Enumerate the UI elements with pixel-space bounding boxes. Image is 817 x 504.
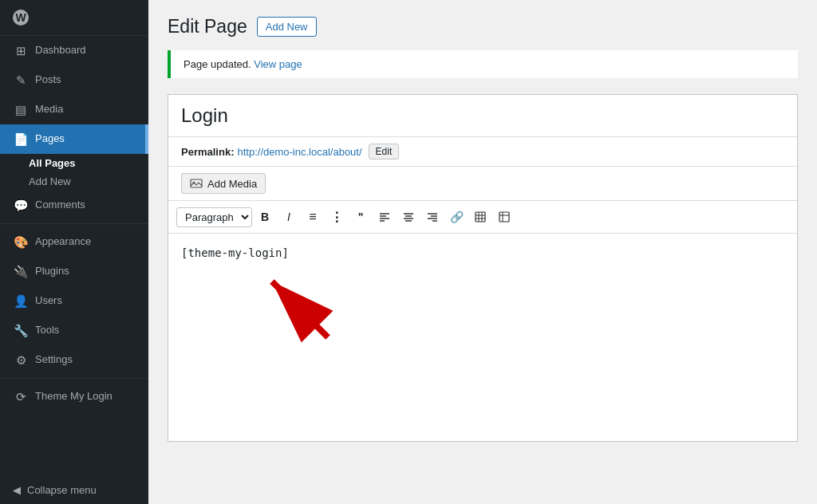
sidebar-divider-2 xyxy=(0,378,148,379)
sidebar-item-label: Comments xyxy=(35,198,85,212)
sidebar-item-users[interactable]: 👤 Users xyxy=(0,286,148,316)
sidebar-item-comments[interactable]: 💬 Comments xyxy=(0,191,148,220)
editor-container: Permalink: http://demo-inc.local/about/ … xyxy=(168,94,798,442)
paragraph-select[interactable]: Paragraph Heading 1 Heading 2 Heading 3 … xyxy=(176,207,252,227)
view-page-link[interactable]: View page xyxy=(254,58,302,70)
svg-rect-19 xyxy=(499,212,509,222)
link-button[interactable]: 🔗 xyxy=(445,206,468,228)
users-icon: 👤 xyxy=(13,293,29,309)
sidebar-item-theme-my-login[interactable]: ⟳ Theme My Login xyxy=(0,382,148,411)
add-media-button[interactable]: Add Media xyxy=(181,173,266,194)
table-button[interactable] xyxy=(469,206,491,228)
permalink-edit-button[interactable]: Edit xyxy=(369,144,400,159)
sidebar-item-posts[interactable]: ✎ Posts xyxy=(0,65,148,95)
editor-body[interactable]: [theme-my-login] xyxy=(168,234,797,441)
main-content: Edit Page Add New Page updated. View pag… xyxy=(148,0,817,504)
dashboard-icon: ⊞ xyxy=(13,42,29,59)
sidebar-divider-1 xyxy=(0,223,148,224)
align-center-icon xyxy=(403,211,414,222)
blockquote-button[interactable]: " xyxy=(349,206,372,228)
collapse-label: Collapse menu xyxy=(27,484,97,496)
align-right-button[interactable] xyxy=(421,206,444,228)
notice-bar: Page updated. View page xyxy=(168,50,798,78)
media-icon: ▤ xyxy=(13,101,29,118)
sidebar-item-settings[interactable]: ⚙ Settings xyxy=(0,345,148,375)
align-right-icon xyxy=(427,211,438,222)
theme-my-login-icon: ⟳ xyxy=(13,388,29,405)
sidebar-item-label: Users xyxy=(35,293,62,308)
fullscreen-icon xyxy=(499,211,510,222)
pages-icon: 📄 xyxy=(13,131,29,148)
wp-logo-icon: W xyxy=(13,10,29,26)
sidebar-item-label: Settings xyxy=(35,352,73,367)
add-media-icon xyxy=(190,177,203,190)
fullscreen-button[interactable] xyxy=(493,206,515,228)
sidebar-item-label: Tools xyxy=(35,323,59,337)
sidebar-item-plugins[interactable]: 🔌 Plugins xyxy=(0,257,148,286)
svg-rect-0 xyxy=(191,179,202,187)
notice-message: Page updated. xyxy=(184,58,251,70)
sidebar-item-label: Plugins xyxy=(35,264,69,278)
page-title: Edit Page xyxy=(168,16,247,37)
sidebar-subitem-add-new[interactable]: Add New xyxy=(0,172,148,191)
permalink-label: Permalink: xyxy=(181,146,234,158)
plugins-icon: 🔌 xyxy=(13,263,29,280)
add-media-bar: Add Media xyxy=(168,167,797,201)
editor-toolbar: Paragraph Heading 1 Heading 2 Heading 3 … xyxy=(168,201,797,234)
align-center-button[interactable] xyxy=(397,206,420,228)
ul-button[interactable]: ≡ xyxy=(302,206,324,228)
sidebar-item-label: Theme My Login xyxy=(35,389,112,404)
collapse-icon: ◀ xyxy=(13,484,21,496)
collapse-menu-button[interactable]: ◀ Collapse menu xyxy=(0,476,148,504)
sidebar-item-dashboard[interactable]: ⊞ Dashboard xyxy=(0,36,148,65)
settings-icon: ⚙ xyxy=(13,352,29,368)
sidebar-item-pages[interactable]: 📄 Pages xyxy=(0,124,148,154)
comments-icon: 💬 xyxy=(13,197,29,214)
sidebar-item-label: Media xyxy=(35,102,63,116)
sidebar: W ⊞ Dashboard ✎ Posts ▤ Media 📄 Pages Al… xyxy=(0,0,148,504)
sidebar-subitem-all-pages[interactable]: All Pages xyxy=(0,154,148,172)
align-left-icon xyxy=(379,211,390,222)
svg-line-23 xyxy=(272,282,328,337)
svg-rect-14 xyxy=(476,212,485,222)
shortcode-text: [theme-my-login] xyxy=(181,246,289,259)
ol-button[interactable]: ⋮ xyxy=(326,206,348,228)
bold-button[interactable]: B xyxy=(254,206,276,228)
red-arrow-annotation xyxy=(248,266,344,345)
sidebar-item-label: Pages xyxy=(35,132,65,146)
sidebar-item-label: Dashboard xyxy=(35,43,86,57)
sidebar-item-media[interactable]: ▤ Media xyxy=(0,95,148,124)
page-header: Edit Page Add New xyxy=(168,16,798,37)
align-left-button[interactable] xyxy=(373,206,396,228)
sidebar-item-tools[interactable]: 🔧 Tools xyxy=(0,316,148,345)
sidebar-item-label: Appearance xyxy=(35,234,91,249)
add-media-label: Add Media xyxy=(207,178,257,190)
permalink-bar: Permalink: http://demo-inc.local/about/ … xyxy=(168,137,797,167)
permalink-url[interactable]: http://demo-inc.local/about/ xyxy=(237,146,361,158)
tools-icon: 🔧 xyxy=(13,322,29,339)
add-new-button[interactable]: Add New xyxy=(257,17,317,37)
sidebar-logo: W xyxy=(0,0,148,36)
sidebar-item-label: Posts xyxy=(35,73,61,87)
sidebar-item-appearance[interactable]: 🎨 Appearance xyxy=(0,227,148,257)
page-title-input[interactable] xyxy=(168,95,797,137)
posts-icon: ✎ xyxy=(13,72,29,89)
appearance-icon: 🎨 xyxy=(13,234,29,250)
italic-button[interactable]: I xyxy=(278,206,300,228)
table-icon xyxy=(475,211,486,222)
